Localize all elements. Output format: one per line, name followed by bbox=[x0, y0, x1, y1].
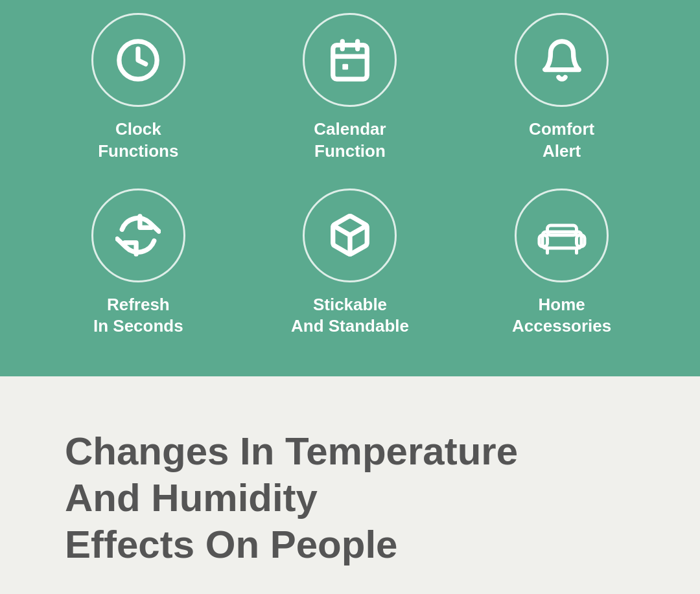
comfort-icon bbox=[539, 38, 585, 83]
comfort-icon-circle bbox=[515, 13, 609, 107]
sofa-icon-circle bbox=[515, 188, 609, 282]
comfort-alert-label: Comfort Alert bbox=[529, 119, 594, 163]
feature-clock-functions[interactable]: Clock Functions bbox=[91, 13, 185, 163]
refresh-icon bbox=[115, 212, 161, 258]
top-section: Clock Functions Calendar Function bbox=[0, 0, 700, 376]
bottom-section: Changes In Temperature And Humidity Effe… bbox=[0, 376, 700, 594]
refresh-in-seconds-label: Refresh In Seconds bbox=[93, 294, 183, 338]
sofa-icon bbox=[536, 216, 588, 255]
refresh-icon-circle bbox=[91, 188, 185, 282]
bottom-heading: Changes In Temperature And Humidity Effe… bbox=[65, 428, 635, 568]
stickable-standable-label: Stickable And Standable bbox=[291, 294, 409, 338]
feature-calendar-function[interactable]: Calendar Function bbox=[303, 13, 397, 163]
svg-rect-1 bbox=[333, 45, 368, 79]
feature-stickable-standable[interactable]: Stickable And Standable bbox=[291, 188, 409, 338]
calendar-icon-circle bbox=[303, 13, 397, 107]
feature-comfort-alert[interactable]: Comfort Alert bbox=[515, 13, 609, 163]
home-accessories-label: Home Accessories bbox=[512, 294, 611, 338]
clock-icon bbox=[115, 38, 161, 83]
box-icon-circle bbox=[303, 188, 397, 282]
feature-refresh-in-seconds[interactable]: Refresh In Seconds bbox=[91, 188, 185, 338]
calendar-function-label: Calendar Function bbox=[314, 119, 386, 163]
box-icon bbox=[327, 212, 373, 258]
clock-icon-circle bbox=[91, 13, 185, 107]
feature-home-accessories[interactable]: Home Accessories bbox=[512, 188, 611, 338]
clock-functions-label: Clock Functions bbox=[98, 119, 178, 163]
calendar-icon bbox=[327, 38, 373, 83]
svg-rect-5 bbox=[342, 63, 348, 69]
features-grid: Clock Functions Calendar Function bbox=[39, 13, 661, 337]
